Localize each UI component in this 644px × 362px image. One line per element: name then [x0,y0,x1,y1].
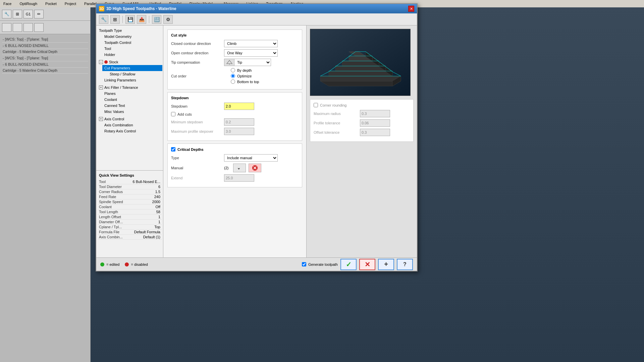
sidebar-tool1[interactable]: 🔧 [2,10,11,18]
toolbar-save-btn[interactable]: 💾 [125,15,135,24]
nav-tool[interactable]: Tool [102,46,162,52]
nav-stock-expand[interactable]: − [99,60,103,64]
max-profile-label: Maximum profile stepover [171,129,221,133]
offset-tolerance-input[interactable] [360,129,390,136]
add-cuts-checkbox[interactable] [171,112,175,116]
menu-pocket[interactable]: Pocket [43,1,59,6]
nav-misc-values[interactable]: Misc Values [102,109,162,115]
svg-marker-13 [335,66,386,71]
qv-tool-length: Tool Length 58 [98,209,162,215]
max-radius-input[interactable] [360,110,390,117]
nav-holder[interactable]: Holder [102,52,162,58]
nav-coolant[interactable]: Coolant [102,97,162,103]
nav-toolpath-type[interactable]: Toolpath Type [97,27,162,34]
nav-canned-text[interactable]: Canned Text [102,103,162,109]
sidebar-tool4[interactable]: ✏ [34,10,44,18]
svg-marker-6 [320,81,401,86]
bottom-to-top-radio[interactable] [231,79,235,84]
nav-linking-parameters[interactable]: Linking Parameters [102,77,162,83]
stepdown-title: Stepdown [171,96,299,100]
critical-depths-title: Critical Depths [177,147,204,152]
critical-depths-checkbox[interactable] [171,147,175,152]
generate-checkbox[interactable] [302,262,306,266]
add-button[interactable]: + [378,259,394,270]
legend-edited: = edited [100,262,119,266]
legend-disabled: = disabled [125,262,148,266]
sidebar-tool8[interactable] [34,23,44,32]
profile-tolerance-row: Profile tolerance [314,119,410,127]
preview-3d [310,29,411,96]
dialog-footer: = edited = disabled Generate toolpath ✓ … [96,257,417,271]
manual-cursor-btn[interactable] [233,164,246,172]
nav-toolpath-control[interactable]: Toolpath Control [102,40,162,46]
toolbar-calc-btn[interactable]: 🔢 [152,15,161,24]
nav-axis-combination[interactable]: Axis Combination [102,122,162,128]
optimize-label: Optimize [237,74,252,78]
add-cuts-row: Add cuts [171,112,299,116]
bottom-to-top-label: Bottom to top [237,80,259,84]
nav-cut-parameters[interactable]: Cut Parameters [102,65,162,71]
open-contour-select[interactable]: One Way Both Ways Climb Conventional [224,49,278,57]
nav-arc-filter-expand[interactable]: + [99,85,103,89]
toolbar-settings-btn[interactable]: ⚙ [163,15,173,24]
min-stepdown-input[interactable] [224,118,254,126]
sidebar-item5: - 6 BULL-NOSED ENDMILL [2,61,88,68]
nav-axis-control[interactable]: + Axis Control [97,116,162,122]
ok-icon: ✓ [346,260,352,268]
cut-style-title: Cut style [171,33,299,37]
cancel-button[interactable]: ✕ [359,259,375,270]
preview-svg [310,29,411,96]
tip-select[interactable]: Tip Center [234,59,271,66]
nav-rotary-axis-label: Rotary Axis Control [104,129,136,133]
sidebar-tool6[interactable] [13,23,22,32]
nav-model-geometry[interactable]: Model Geometry [102,34,162,40]
cut-style-section: Cut style Closed contour direction Climb… [167,29,302,89]
nav-axis-expand[interactable]: + [99,117,103,121]
menu-project[interactable]: Project [63,1,78,6]
cut-order-optimize: Optimize [231,74,259,78]
sidebar-tool7[interactable] [23,23,33,32]
add-cuts-text: Add cuts [177,112,192,116]
critical-depths-type-select[interactable]: Include manual Manual only Automatic [224,154,278,162]
dialog-title: 3D 3D High Speed Toolpaths - Waterline [99,6,176,11]
ok-button[interactable]: ✓ [340,259,357,270]
corner-rounding-checkbox[interactable] [314,103,318,107]
nav-linking-parameters-label: Linking Parameters [104,78,136,82]
menu-face[interactable]: Face [1,1,13,6]
toolbar-separator-1 [122,16,123,23]
sidebar-tool3[interactable]: G1 [23,10,33,18]
sidebar-tool5[interactable] [2,23,11,32]
nav-arc-filter[interactable]: + Arc Filter / Tolerance [97,84,162,90]
toolbar-export-btn[interactable]: 📤 [137,15,146,24]
closed-contour-select[interactable]: Climb Conventional [224,40,278,47]
extend-row: Extend [171,174,299,182]
nav-planes[interactable]: Planes [102,90,162,97]
max-profile-input[interactable] [224,128,254,135]
nav-stock-dot [104,60,108,64]
menu-optiroug[interactable]: OptiRough [17,1,39,6]
help-button[interactable]: ? [397,259,413,270]
nav-rotary-axis[interactable]: Rotary Axis Control [102,128,162,134]
toolbar-grid-btn[interactable]: ⊞ [110,15,120,24]
quick-view-panel: Quick View Settings Tool 6 Bull-Nosed E.… [96,170,163,257]
stepdown-input[interactable] [224,103,254,110]
nav-steep-shallow-label: Steep / Shallow [110,72,135,76]
profile-tolerance-input[interactable] [360,119,390,127]
close-button[interactable]: ✕ [408,6,414,12]
nav-stock[interactable]: − Stock [97,59,162,65]
sidebar-tool2[interactable]: ⊞ [13,10,22,18]
optimize-radio[interactable] [231,74,235,78]
legend-edited-text: = edited [106,262,119,266]
corner-rounding-section: Corner rounding Maximum radius Profile t… [310,99,414,142]
tip-icon-button[interactable] [224,59,234,66]
offset-tolerance-row: Offset tolerance [314,129,410,136]
qv-axis-combin: Axis Combin... Default (1) [98,235,162,240]
nav-steep-shallow[interactable]: Steep / Shallow [108,71,162,77]
by-depth-radio[interactable] [231,68,235,72]
manual-delete-btn[interactable] [249,164,261,172]
extend-input[interactable] [224,174,254,182]
nav-toolpath-control-label: Toolpath Control [104,41,131,45]
manual-row: Manual (2) [171,164,299,172]
toolbar-tool-btn[interactable]: 🔧 [99,15,108,24]
generate-label: Generate toolpath [302,262,338,266]
